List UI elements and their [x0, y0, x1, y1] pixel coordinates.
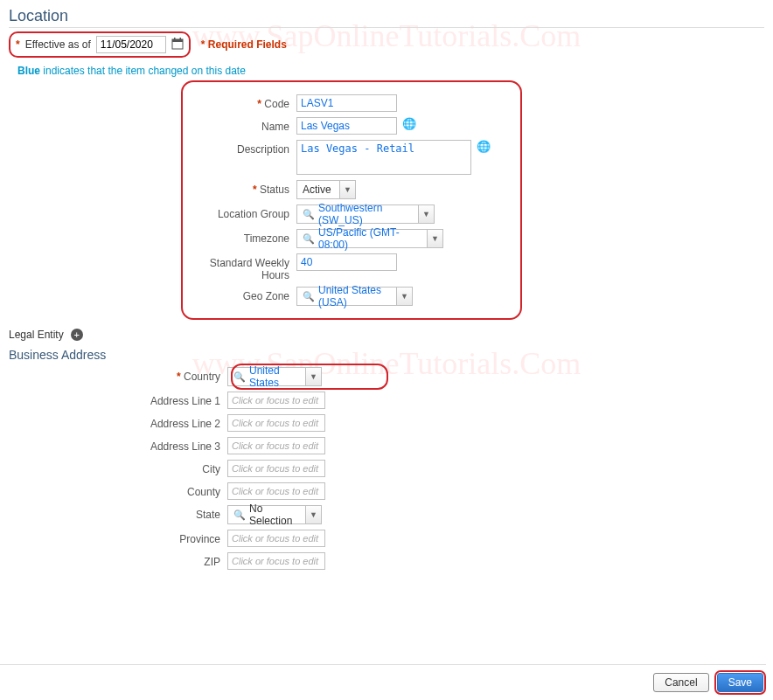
search-icon: 🔍 — [303, 209, 315, 220]
add-legal-entity-button[interactable]: + — [71, 329, 83, 341]
addr-line1-label: Address Line 1 — [79, 392, 227, 407]
city-label: City — [79, 460, 227, 475]
addr-line2-input[interactable] — [227, 414, 325, 432]
chevron-down-icon[interactable]: ▼ — [306, 367, 322, 386]
country-select[interactable]: 🔍United States — [227, 367, 306, 386]
county-input[interactable] — [227, 482, 325, 500]
business-address-title: Business Address — [9, 348, 764, 362]
name-input[interactable] — [296, 117, 397, 135]
timezone-label: Timezone — [192, 229, 296, 245]
chevron-down-icon[interactable]: ▼ — [397, 287, 413, 306]
zip-label: ZIP — [79, 552, 227, 568]
save-annotation-box: Save — [714, 670, 766, 695]
hours-label: Standard Weekly Hours — [192, 253, 296, 281]
location-group-select[interactable]: 🔍Southwestern (SW_US) — [296, 204, 419, 224]
name-label: Name — [192, 117, 296, 133]
search-icon: 🔍 — [303, 233, 315, 245]
addr-line2-label: Address Line 2 — [79, 414, 227, 430]
page-title: Location — [9, 7, 764, 28]
hours-input[interactable] — [296, 253, 397, 271]
code-label: * Code — [192, 94, 296, 110]
state-label: State — [79, 505, 227, 521]
required-asterisk: * — [16, 38, 20, 51]
county-label: County — [79, 482, 227, 498]
chevron-down-icon[interactable]: ▼ — [306, 505, 322, 524]
geo-zone-select[interactable]: 🔍United States (USA) — [296, 287, 397, 306]
chevron-down-icon[interactable]: ▼ — [340, 180, 356, 199]
description-label: Description — [192, 140, 296, 156]
status-select[interactable]: Active — [296, 180, 340, 199]
addr-line3-label: Address Line 3 — [79, 437, 227, 453]
details-annotation-box: * Code Name 🌐 Description Las Vegas - Re… — [181, 80, 522, 320]
province-input[interactable] — [227, 530, 325, 547]
search-icon: 🔍 — [303, 291, 315, 302]
globe-icon[interactable]: 🌐 — [402, 117, 416, 130]
svg-rect-1 — [172, 39, 183, 42]
code-input[interactable] — [296, 94, 397, 112]
geo-zone-label: Geo Zone — [192, 287, 296, 302]
effective-date-input[interactable] — [96, 36, 166, 53]
location-group-label: Location Group — [192, 204, 296, 220]
province-label: Province — [79, 530, 227, 545]
blue-change-note: Blue indicates that the item changed on … — [17, 65, 764, 77]
effective-label: Effective as of — [25, 38, 91, 51]
zip-input[interactable] — [227, 552, 325, 570]
cancel-button[interactable]: Cancel — [653, 673, 708, 692]
svg-rect-2 — [174, 38, 176, 40]
state-select[interactable]: 🔍No Selection — [227, 505, 306, 524]
calendar-icon[interactable] — [171, 38, 184, 52]
city-input[interactable] — [227, 460, 325, 477]
globe-icon[interactable]: 🌐 — [477, 140, 491, 153]
search-icon: 🔍 — [233, 509, 246, 521]
timezone-select[interactable]: 🔍US/Pacific (GMT-08:00) — [296, 229, 428, 248]
required-fields-note: * Required Fields — [201, 38, 287, 51]
effective-as-of-box: * Effective as of — [9, 31, 191, 58]
addr-line3-input[interactable] — [227, 437, 325, 454]
chevron-down-icon[interactable]: ▼ — [419, 204, 435, 224]
description-input[interactable]: Las Vegas - Retail — [296, 140, 471, 175]
legal-entity-label: Legal Entity — [9, 329, 64, 341]
chevron-down-icon[interactable]: ▼ — [428, 229, 443, 248]
addr-line1-input[interactable] — [227, 392, 325, 409]
svg-rect-3 — [179, 38, 181, 40]
search-icon: 🔍 — [233, 371, 246, 383]
status-label: * Status — [192, 180, 296, 196]
footer: Cancel Save — [0, 664, 766, 695]
save-button[interactable]: Save — [717, 673, 763, 692]
country-label: * Country — [79, 367, 227, 383]
